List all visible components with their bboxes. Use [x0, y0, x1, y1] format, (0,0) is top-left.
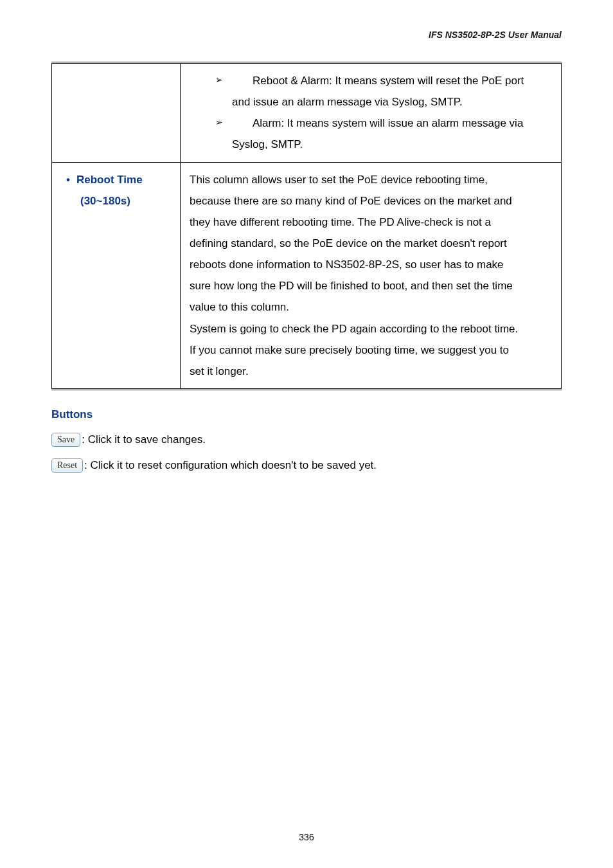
- save-button[interactable]: Save: [51, 433, 80, 447]
- reset-button-row: Reset : Click it to reset configuration …: [51, 458, 562, 473]
- bullet-item: ➢ Alarm: It means system will issue an a…: [215, 113, 552, 134]
- parameter-table: ➢ Reboot & Alarm: It means system will r…: [51, 62, 562, 390]
- desc-line: System is going to check the PD again ac…: [190, 318, 552, 339]
- table-row: •Reboot Time (30~180s) This column allow…: [52, 162, 562, 389]
- desc-line: If you cannot make sure precisely bootin…: [190, 339, 552, 361]
- row1-desc-cell: ➢ Reboot & Alarm: It means system will r…: [181, 63, 562, 163]
- label-line2: (30~180s): [66, 190, 171, 212]
- buttons-heading: Buttons: [51, 408, 562, 421]
- parameter-name: •Reboot Time (30~180s): [61, 169, 171, 212]
- bullet-continuation: Syslog, SMTP.: [215, 134, 552, 155]
- desc-line: This column allows user to set the PoE d…: [190, 169, 552, 190]
- reset-button[interactable]: Reset: [51, 458, 83, 473]
- label-line1: Reboot Time: [76, 174, 143, 186]
- arrow-icon: ➢: [215, 71, 223, 89]
- main-content: ➢ Reboot & Alarm: It means system will r…: [51, 62, 562, 473]
- bullet-item: ➢ Reboot & Alarm: It means system will r…: [215, 70, 552, 91]
- reset-description: : Click it to reset configuration which …: [84, 459, 377, 472]
- row1-label-cell: [52, 63, 181, 163]
- desc-line: value to this column.: [190, 296, 552, 318]
- table-row: ➢ Reboot & Alarm: It means system will r…: [52, 63, 562, 163]
- arrow-icon: ➢: [215, 114, 223, 131]
- save-description: : Click it to save changes.: [82, 433, 206, 446]
- desc-line: set it longer.: [190, 361, 552, 382]
- row2-label-cell: •Reboot Time (30~180s): [52, 162, 181, 389]
- page-header: IFS NS3502-8P-2S User Manual: [429, 30, 562, 40]
- page-number: 336: [0, 832, 613, 842]
- desc-line: they have different rebooting time. The …: [190, 212, 552, 233]
- bullet-text: Reboot & Alarm: It means system will res…: [253, 75, 524, 87]
- row2-desc-cell: This column allows user to set the PoE d…: [181, 162, 562, 389]
- bullet-dot-icon: •: [66, 169, 76, 190]
- desc-line: because there are so many kind of PoE de…: [190, 190, 552, 212]
- desc-line: defining standard, so the PoE device on …: [190, 233, 552, 254]
- header-text: IFS NS3502-8P-2S User Manual: [429, 30, 562, 40]
- desc-line: reboots done information to NS3502-8P-2S…: [190, 254, 552, 275]
- save-button-row: Save : Click it to save changes.: [51, 433, 562, 447]
- bullet-continuation: and issue an alarm message via Syslog, S…: [215, 91, 552, 113]
- desc-line: sure how long the PD will be finished to…: [190, 275, 552, 296]
- bullet-block: ➢ Reboot & Alarm: It means system will r…: [190, 70, 552, 156]
- bullet-text: Alarm: It means system will issue an ala…: [253, 117, 523, 129]
